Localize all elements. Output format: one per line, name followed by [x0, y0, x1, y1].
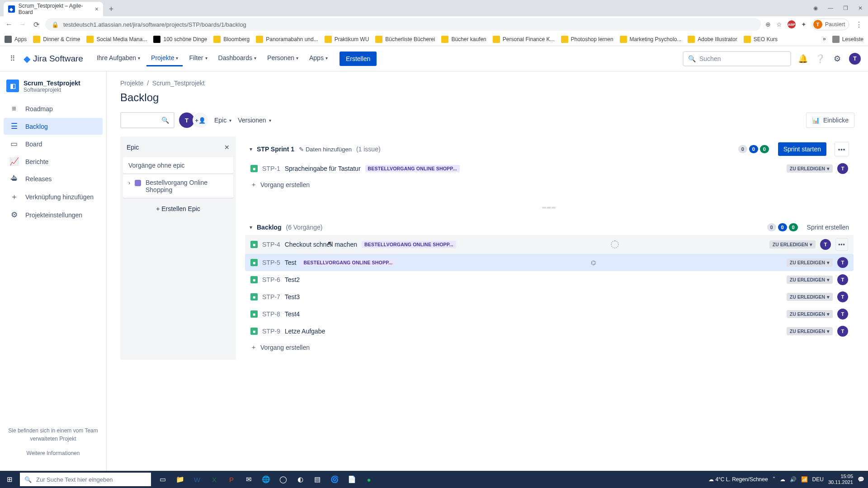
profile-badge[interactable]: T Pausiert — [812, 19, 849, 30]
bm-11[interactable]: Marketing Psycholo... — [620, 36, 682, 43]
task-view-icon[interactable]: ▭ — [155, 471, 171, 488]
create-epic-button[interactable]: + Erstellen Epic — [120, 199, 236, 219]
user-avatar[interactable]: T — [179, 113, 194, 128]
assignee-avatar[interactable]: T — [837, 257, 848, 268]
notifications-icon[interactable]: 🔔 — [797, 54, 808, 64]
bm-12[interactable]: Adobe Illustrator — [688, 36, 737, 43]
close-icon[interactable]: ✕ — [858, 5, 863, 11]
nav-your-work[interactable]: Ihre Aufgaben▾ — [92, 51, 145, 66]
chevron-right-icon[interactable]: › — [128, 179, 130, 186]
epic-item[interactable]: › Bestellvorgang Online Shopping — [123, 174, 233, 198]
bm-2[interactable]: Social Media Mana... — [86, 36, 147, 43]
star-icon[interactable]: ☆ — [776, 21, 782, 28]
issue-row[interactable]: ■ STP-7 Test3 ZU ERLEDIGEN ▾ T — [245, 288, 854, 305]
issue-key[interactable]: STP-1 — [262, 165, 280, 172]
issue-key[interactable]: STP-6 — [262, 276, 280, 283]
create-issue-backlog[interactable]: ＋Vorgang erstellen — [245, 340, 854, 355]
estimate-empty-icon[interactable] — [611, 240, 619, 249]
status-dropdown[interactable]: ZU ERLEDIGEN ▾ — [787, 258, 833, 267]
status-dropdown[interactable]: ZU ERLEDIGEN ▾ — [787, 310, 833, 318]
sidebar-item-backlog[interactable]: ☰Backlog — [4, 118, 103, 135]
bm-10[interactable]: Photoshop lernen — [561, 36, 613, 43]
zoom-icon[interactable]: ⊕ — [765, 21, 771, 28]
jira-logo[interactable]: ◆ Jira Software — [24, 53, 83, 64]
create-sprint-button[interactable]: Sprint erstellen — [807, 224, 849, 231]
assignee-avatar[interactable]: T — [837, 274, 848, 285]
chrome-icon[interactable]: 🌐 — [258, 471, 274, 488]
browser-tab[interactable]: ◆ Scrum_Testprojekt – Agile-Board × — [4, 2, 103, 16]
address-bar[interactable]: 🔒 testdeutsch1.atlassian.net/jira/softwa… — [45, 18, 761, 31]
spotify-icon[interactable]: ● — [361, 471, 377, 488]
issue-more-button[interactable]: ••• — [835, 238, 848, 251]
epic-link-tag[interactable]: BESTELLVORGANG ONLINE SHOPP... — [365, 165, 460, 172]
assignee-avatar[interactable]: T — [837, 326, 848, 337]
issue-row[interactable]: ■ STP-5 Test BESTELLVORGANG ONLINE SHOPP… — [245, 254, 854, 271]
bm-9[interactable]: Personal Finance K... — [493, 36, 555, 43]
sidebar-item-project-settings[interactable]: ⚙Projekteinstellungen — [4, 206, 103, 223]
status-dropdown[interactable]: ZU ERLEDIGEN ▾ — [787, 327, 833, 335]
taskbar-search[interactable]: 🔍Zur Suche Text hier eingeben — [20, 473, 151, 486]
maximize-icon[interactable]: ❐ — [843, 5, 848, 11]
reload-icon[interactable]: ⟳ — [32, 20, 41, 29]
language-indicator[interactable]: DEU — [812, 476, 824, 483]
nav-filters[interactable]: Filter▾ — [184, 51, 212, 66]
wifi-icon[interactable]: 📶 — [801, 476, 808, 483]
assignee-avatar[interactable]: T — [837, 163, 848, 174]
issue-row[interactable]: ■ STP-4 Checkout schnell machen BESTELLV… — [245, 235, 854, 254]
bm-3[interactable]: 100 schöne Dinge — [153, 36, 207, 43]
epic-link-tag[interactable]: BESTELLVORGANG ONLINE SHOPP... — [301, 259, 395, 266]
version-filter-dropdown[interactable]: Versionen▾ — [238, 117, 271, 124]
issue-row[interactable]: ■ STP-6 Test2 ZU ERLEDIGEN ▾ T — [245, 271, 854, 288]
chevron-down-icon[interactable]: ▾ — [250, 146, 252, 152]
bm-apps[interactable]: Apps — [5, 36, 27, 43]
start-sprint-button[interactable]: Sprint starten — [778, 142, 826, 156]
issue-key[interactable]: STP-5 — [262, 259, 280, 266]
minimize-icon[interactable]: — — [828, 5, 833, 11]
issue-key[interactable]: STP-9 — [262, 328, 280, 335]
bm-4[interactable]: Bloomberg — [213, 36, 250, 43]
insights-button[interactable]: 📊Einblicke — [806, 113, 854, 128]
bm-13[interactable]: SEO Kurs — [744, 36, 778, 43]
new-tab-button[interactable]: + — [105, 3, 118, 15]
app-switcher-icon[interactable]: ⠿ — [7, 53, 18, 64]
obs-icon[interactable]: ◯ — [275, 471, 291, 488]
excel-icon[interactable]: X — [206, 471, 222, 488]
tab-close-icon[interactable]: × — [95, 5, 99, 13]
assignee-avatar[interactable]: T — [837, 291, 848, 302]
assignee-avatar[interactable]: T — [820, 239, 831, 250]
child-issues-icon[interactable]: ⌬ — [591, 259, 596, 266]
bm-8[interactable]: Bücher kaufen — [441, 36, 486, 43]
clock[interactable]: 15:05 30.11.2021 — [828, 474, 853, 485]
bm-6[interactable]: Praktikum WU — [325, 36, 369, 43]
epic-link-tag[interactable]: BESTELLVORGANG ONLINE SHOPP... — [362, 241, 456, 248]
status-dropdown[interactable]: ZU ERLEDIGEN ▾ — [787, 164, 833, 173]
create-button[interactable]: Erstellen — [340, 52, 377, 66]
nav-projects[interactable]: Projekte▾ — [146, 51, 183, 66]
create-issue-sprint[interactable]: ＋Vorgang erstellen — [245, 177, 854, 192]
sidebar-item-releases[interactable]: ⛴Releases — [4, 171, 103, 187]
sidebar-item-board[interactable]: ▭Board — [4, 136, 103, 152]
nav-dashboards[interactable]: Dashboards▾ — [214, 51, 261, 66]
app-icon[interactable]: ▤ — [309, 471, 326, 488]
word-icon[interactable]: W — [189, 471, 205, 488]
notepad-icon[interactable]: 📄 — [344, 471, 360, 488]
adblock-icon[interactable]: ABP — [788, 20, 796, 28]
status-dropdown[interactable]: ZU ERLEDIGEN ▾ — [769, 240, 816, 249]
help-icon[interactable]: ❔ — [815, 54, 826, 64]
chrome-menu-icon[interactable]: ⋮ — [854, 20, 863, 29]
start-button[interactable]: ⊞ — [0, 475, 19, 483]
issue-key[interactable]: STP-7 — [262, 293, 280, 300]
powerpoint-icon[interactable]: P — [223, 471, 240, 488]
add-people-button[interactable]: +👤 — [193, 113, 208, 128]
sprint-more-button[interactable]: ••• — [835, 142, 849, 156]
settings-icon[interactable]: ⚙ — [832, 54, 843, 64]
section-resize-handle[interactable]: ═══ — [244, 202, 854, 213]
issue-key[interactable]: STP-8 — [262, 310, 280, 318]
close-icon[interactable]: ✕ — [224, 144, 230, 151]
volume-icon[interactable]: 🔊 — [790, 476, 797, 483]
sidebar-more-info-link[interactable]: Weitere Informationen — [8, 449, 98, 457]
backlog-search-input[interactable]: 🔍 — [120, 112, 175, 128]
status-dropdown[interactable]: ZU ERLEDIGEN ▾ — [787, 276, 833, 284]
chevron-down-icon[interactable]: ▾ — [250, 224, 252, 230]
sidebar-item-reports[interactable]: 📈Berichte — [4, 153, 103, 170]
